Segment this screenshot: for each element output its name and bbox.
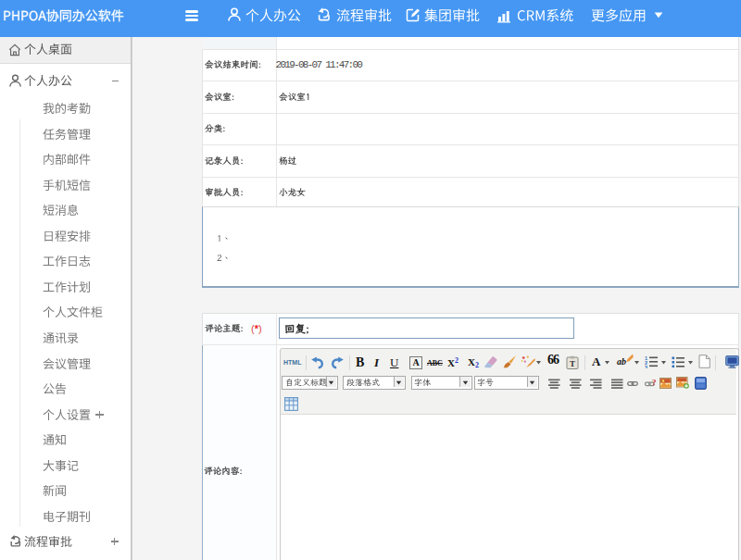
svg-text:?: ?	[652, 378, 657, 387]
svg-text:T: T	[570, 359, 575, 368]
svg-text:3: 3	[645, 365, 647, 369]
